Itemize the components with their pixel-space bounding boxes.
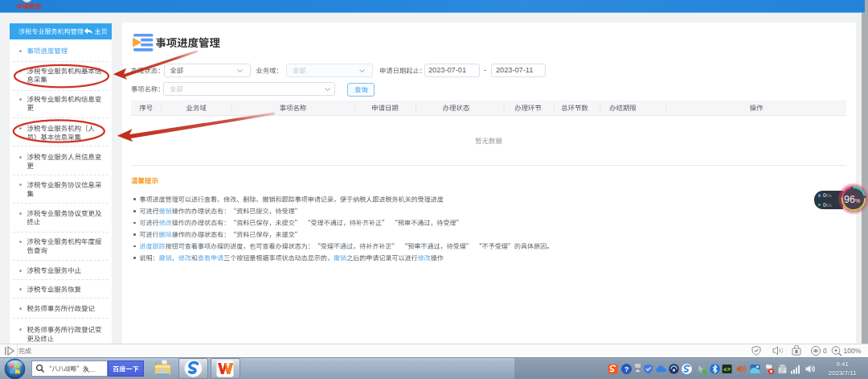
- svg-text:100%: 100%: [844, 347, 862, 355]
- svg-text:?: ?: [624, 365, 628, 373]
- svg-text:0: 0: [823, 347, 827, 355]
